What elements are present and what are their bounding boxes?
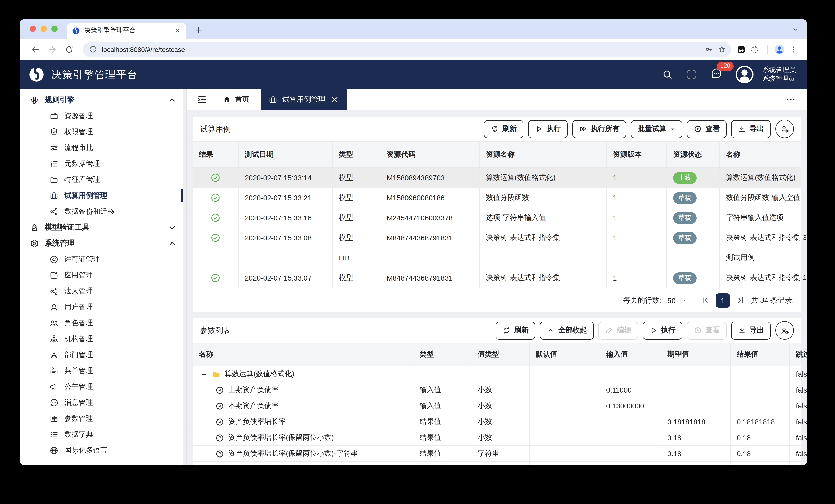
sidebar-item-法人管理[interactable]: 法人管理: [20, 283, 186, 299]
tab-more-actions-icon[interactable]: [786, 94, 796, 105]
执行-button[interactable]: 执行: [528, 120, 568, 138]
sidebar-item-系统管理[interactable]: 系统管理: [20, 235, 186, 251]
last-page-icon[interactable]: [736, 296, 745, 304]
extensions-puzzle-icon[interactable]: [750, 44, 759, 54]
sidebar-item-特征库管理[interactable]: 特征库管理: [20, 172, 186, 188]
table-row[interactable]: 2020-02-07 15:33:08模型M848744368791831决策树…: [193, 228, 801, 248]
check-circle-icon: [210, 273, 221, 283]
column-header: 值类型: [471, 343, 530, 366]
执行所有-button[interactable]: 执行所有: [572, 120, 626, 138]
collapse-minus-icon[interactable]: [200, 370, 208, 378]
resource-name-cell: 数值分段函数: [480, 188, 607, 208]
user-info[interactable]: 系统管理员 系统管理员: [762, 66, 796, 83]
sidebar-item-模型验证工具[interactable]: 模型验证工具: [20, 219, 186, 235]
skip-check-cell: false: [790, 414, 807, 429]
new-tab-button[interactable]: [195, 26, 203, 35]
tab-首页[interactable]: 首页: [218, 89, 254, 110]
sidebar-item-消息管理[interactable]: 消息管理: [20, 395, 186, 411]
tab-试算用例管理[interactable]: 试算用例管理: [261, 89, 347, 110]
sidebar-item-菜单管理[interactable]: 菜单管理: [20, 363, 186, 379]
forward-button[interactable]: [47, 44, 57, 54]
导出-button[interactable]: 导出: [731, 321, 771, 339]
window-controls[interactable]: [30, 26, 58, 32]
sidebar-item-用户管理[interactable]: 用户管理: [20, 299, 186, 315]
rows-per-page-caret-icon[interactable]: [682, 297, 688, 303]
table-row[interactable]: 2020-02-07 15:33:16模型M245447106003378选项-…: [193, 208, 801, 228]
sidebar-item-流程审批[interactable]: 流程审批: [20, 140, 186, 156]
sidebar-item-权限管理[interactable]: 权限管理: [20, 124, 186, 140]
first-page-icon[interactable]: [701, 296, 710, 304]
messages-button[interactable]: 120: [710, 67, 722, 82]
browser-profile-avatar[interactable]: [774, 44, 785, 55]
result-cell: [193, 248, 239, 268]
column-settings-button[interactable]: [775, 120, 794, 138]
sidebar-item-规则引擎[interactable]: 规则引擎: [20, 92, 186, 108]
name-cell: 字符串输入值选项: [720, 208, 807, 228]
导出-button[interactable]: 导出: [731, 120, 771, 138]
expected-value-cell: [661, 398, 731, 414]
sidebar-item-数据字典[interactable]: 数据字典: [20, 426, 186, 442]
skip-check-cell: false: [790, 398, 807, 414]
column-settings-button[interactable]: [775, 321, 794, 340]
sidebar-item-许可证管理[interactable]: 许可证管理: [20, 251, 186, 267]
param-row[interactable]: P本期资产负债率输入值小数0.13000000false: [193, 398, 801, 414]
current-page[interactable]: 1: [716, 293, 730, 308]
name-cell: P上期资产负债率: [193, 382, 413, 398]
sidebar-item-参数管理[interactable]: 参数管理: [20, 411, 186, 426]
刷新-button[interactable]: 刷新: [496, 321, 535, 339]
rows-per-page-value[interactable]: 50: [667, 296, 675, 304]
type-cell: 结果值: [413, 446, 471, 461]
param-row[interactable]: P资产负债率增长率(保留两位小数)结果值小数0.180.18false: [193, 430, 801, 446]
table-row[interactable]: 2020-02-07 15:33:14模型M1580894389703算数运算(…: [193, 168, 801, 188]
browser-menu-icon[interactable]: [789, 45, 798, 54]
sidebar-item-元数据管理[interactable]: 123元数据管理: [20, 156, 186, 172]
sidebar-item-应用管理[interactable]: 应用管理: [20, 267, 186, 283]
批量试算-button[interactable]: 批量试算: [631, 120, 682, 138]
param-row[interactable]: P资产负债率增长率-百分比结果值字符串18%18%false: [193, 462, 801, 465]
全部收起-button[interactable]: 全部收起: [540, 321, 594, 339]
search-icon[interactable]: [662, 69, 673, 80]
sidebar-item-国际化多语言[interactable]: 国际化多语言: [20, 442, 186, 458]
column-header: 类型: [333, 142, 381, 167]
zoom-window-button[interactable]: [52, 26, 58, 32]
执行-button[interactable]: 执行: [643, 321, 682, 339]
resource-name-cell: 决策树-表达式和指令集: [480, 268, 607, 288]
param-row[interactable]: 算数运算(数值格式化)false: [193, 366, 801, 382]
password-manager-icon[interactable]: [705, 45, 713, 54]
collapse-sidebar-icon[interactable]: [197, 94, 208, 105]
extension-dark-icon[interactable]: [736, 44, 746, 54]
close-tab-icon[interactable]: [174, 27, 181, 34]
back-button[interactable]: [30, 44, 40, 54]
tab-search-icon[interactable]: [792, 26, 799, 33]
param-row[interactable]: P资产负债率增长率结果值小数0.181818180.18181818false: [193, 414, 801, 430]
table-row[interactable]: LIB测试用例: [193, 248, 801, 268]
查看-button[interactable]: 查看: [687, 120, 727, 138]
site-info-icon[interactable]: [89, 45, 97, 54]
sidebar-item-部门管理[interactable]: 部门管理: [20, 347, 186, 363]
sidebar-item-公告管理[interactable]: 公告管理: [20, 379, 186, 395]
sidebar-item-label: 国际化多语言: [64, 446, 107, 455]
bookmark-star-icon[interactable]: [718, 45, 726, 54]
minimize-window-button[interactable]: [41, 26, 47, 32]
close-window-button[interactable]: [30, 26, 36, 32]
url-text[interactable]: localhost:8080/#/re/testcase: [102, 45, 185, 53]
sidebar-item-资源管理[interactable]: 资源管理: [20, 108, 186, 124]
编辑-button[interactable]: 编辑: [598, 321, 638, 339]
sidebar-item-数据备份和迁移[interactable]: 数据备份和迁移: [20, 204, 186, 219]
刷新-button[interactable]: 刷新: [484, 120, 524, 138]
reload-button[interactable]: [64, 44, 74, 54]
sidebar-item-试算用例管理[interactable]: 试算用例管理: [20, 188, 186, 204]
close-tab-icon[interactable]: [330, 95, 339, 104]
param-row[interactable]: P资产负债率增长率(保留两位小数)-字符串结果值字符串0.180.18false: [193, 446, 801, 462]
param-row[interactable]: P上期资产负债率输入值小数0.11000false: [193, 382, 801, 398]
table-row[interactable]: 2020-02-07 15:33:07模型M848744368791831决策树…: [193, 268, 801, 288]
table-row[interactable]: 2020-02-07 15:33:21模型M1580960080186数值分段函…: [193, 188, 801, 208]
查看-button[interactable]: 查看: [687, 321, 727, 339]
fullscreen-icon[interactable]: [686, 69, 697, 80]
user-avatar[interactable]: [735, 65, 754, 84]
browser-tab[interactable]: 决策引擎管理平台: [67, 23, 186, 39]
url-bar[interactable]: localhost:8080/#/re/testcase: [83, 42, 731, 57]
sidebar-item-角色管理[interactable]: 角色管理: [20, 315, 186, 331]
sidebar-item-机构管理[interactable]: 机构管理: [20, 331, 186, 347]
chevron-down-icon: [168, 223, 177, 232]
